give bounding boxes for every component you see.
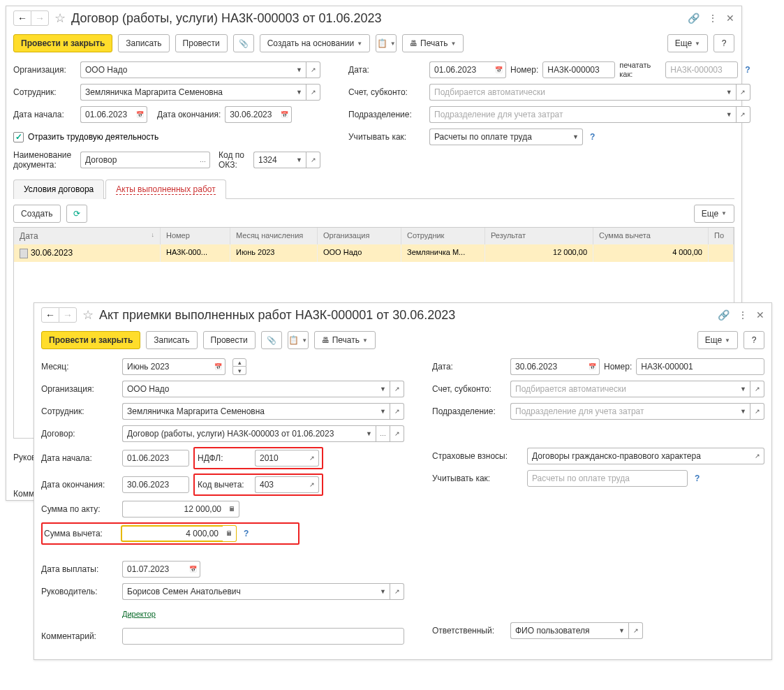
date-input[interactable]	[510, 358, 586, 375]
dept-input[interactable]	[510, 403, 737, 420]
close-icon[interactable]: ✕	[726, 13, 734, 24]
count-as-input[interactable]	[527, 470, 688, 487]
help-button[interactable]: ?	[713, 34, 734, 52]
post-and-close-button[interactable]: Провести и закрыть	[13, 34, 112, 52]
number-input[interactable]	[636, 358, 764, 375]
th-emp[interactable]: Сотрудник	[401, 228, 485, 244]
open-icon[interactable]: ↗	[306, 61, 320, 78]
open-icon[interactable]: ↗	[750, 448, 764, 464]
more-button-2[interactable]: Еще	[694, 205, 734, 223]
attach-button[interactable]	[233, 34, 254, 52]
more-icon[interactable]: ⋮	[738, 309, 748, 321]
contract-input[interactable]	[122, 425, 362, 442]
tab-conditions[interactable]: Условия договора	[13, 179, 104, 199]
open-icon[interactable]: ↗	[306, 152, 320, 168]
org-input[interactable]	[80, 61, 293, 78]
emp-input[interactable]	[122, 403, 376, 420]
help-icon[interactable]: ?	[745, 65, 750, 75]
count-as-input[interactable]	[429, 129, 569, 145]
post-button[interactable]: Провести	[203, 331, 256, 349]
th-number[interactable]: Номер	[161, 228, 230, 244]
dropdown-icon[interactable]: ▼	[376, 403, 390, 420]
open-icon[interactable]: ↗	[390, 381, 404, 397]
help-icon[interactable]: ?	[590, 132, 595, 142]
dropdown-icon[interactable]: ▼	[293, 152, 306, 168]
th-org[interactable]: Организация	[318, 228, 401, 244]
date-end-input[interactable]	[122, 476, 189, 493]
copy-button[interactable]: 📋	[288, 331, 309, 349]
back-button[interactable]: ←	[13, 10, 31, 26]
calendar-icon[interactable]: 📅	[492, 61, 506, 78]
open-icon[interactable]: ↗	[305, 476, 319, 493]
dropdown-icon[interactable]: ▼	[737, 403, 750, 420]
month-input[interactable]	[122, 358, 212, 375]
help-icon[interactable]: ?	[695, 474, 700, 483]
save-button[interactable]: Записать	[118, 34, 169, 52]
forward-button[interactable]: →	[31, 10, 49, 26]
post-and-close-button[interactable]: Провести и закрыть	[41, 331, 140, 349]
date-input[interactable]	[429, 61, 492, 78]
favorite-icon[interactable]: ☆	[54, 10, 66, 26]
close-icon[interactable]: ✕	[756, 309, 764, 321]
deduct-code-input[interactable]	[255, 476, 305, 493]
create-button[interactable]: Создать	[13, 205, 61, 223]
dropdown-icon[interactable]: ▼	[723, 84, 737, 101]
th-deduction[interactable]: Сумма вычета	[593, 228, 709, 244]
favorite-icon[interactable]: ☆	[82, 307, 94, 323]
docname-input[interactable]	[80, 152, 196, 168]
dropdown-icon[interactable]: ▼	[569, 129, 583, 145]
post-button[interactable]: Провести	[175, 34, 228, 52]
open-icon[interactable]: ↗	[737, 84, 750, 101]
open-icon[interactable]: ↗	[737, 106, 750, 123]
print-as-input[interactable]	[665, 61, 738, 78]
activity-checkbox[interactable]: ✓	[13, 132, 24, 142]
back-button[interactable]: ←	[41, 307, 59, 323]
table-row[interactable]: 30.06.2023 НА3К-000... Июнь 2023 ООО Над…	[14, 244, 734, 262]
dropdown-icon[interactable]: ▼	[293, 84, 306, 101]
dropdown-icon[interactable]: ▼	[737, 381, 750, 397]
refresh-button[interactable]: ⟳	[66, 205, 87, 223]
calculator-icon[interactable]: 🖩	[225, 501, 239, 511]
tab-acts[interactable]: Акты выполненных работ	[105, 179, 225, 199]
spinner-down-icon[interactable]: ▾	[232, 367, 246, 375]
open-icon[interactable]: ↗	[390, 425, 404, 442]
dropdown-icon[interactable]: ▼	[376, 381, 390, 397]
sort-icon[interactable]: ↓	[151, 231, 155, 241]
th-po[interactable]: По	[709, 228, 734, 244]
open-icon[interactable]: ↗	[305, 450, 319, 467]
link-icon[interactable]: 🔗	[688, 13, 700, 24]
dropdown-icon[interactable]: ▼	[723, 106, 737, 123]
more-button[interactable]: Еще	[697, 331, 738, 349]
link-icon[interactable]: 🔗	[718, 309, 730, 321]
open-icon[interactable]: ↗	[390, 403, 404, 420]
calendar-icon[interactable]: 📅	[278, 106, 292, 123]
open-icon[interactable]: ↗	[306, 84, 320, 101]
emp-input[interactable]	[80, 84, 293, 101]
copy-button[interactable]: 📋	[376, 34, 397, 52]
th-result[interactable]: Результат	[485, 228, 593, 244]
calendar-icon[interactable]: 📅	[212, 358, 225, 375]
act-sum-input[interactable]	[122, 501, 225, 511]
account-input[interactable]	[510, 381, 737, 397]
okz-input[interactable]	[253, 152, 293, 168]
more-button[interactable]: Еще	[667, 34, 708, 52]
th-month[interactable]: Месяц начисления	[230, 228, 318, 244]
open-icon[interactable]: ↗	[750, 403, 764, 420]
date-start-input[interactable]	[122, 450, 189, 467]
print-button[interactable]: Печать	[314, 331, 376, 349]
insurance-input[interactable]	[527, 448, 750, 464]
print-button[interactable]: Печать	[402, 34, 464, 52]
attach-button[interactable]	[261, 331, 282, 349]
ellipsis-icon[interactable]: …	[196, 152, 210, 168]
ndfl-input[interactable]	[255, 450, 305, 467]
open-icon[interactable]: ↗	[750, 381, 764, 397]
dropdown-icon[interactable]: ▼	[362, 425, 376, 442]
account-input[interactable]	[429, 84, 723, 101]
calendar-icon[interactable]: 📅	[133, 106, 147, 123]
org-input[interactable]	[122, 381, 376, 397]
spinner-up-icon[interactable]: ▴	[232, 358, 246, 367]
date-end-input[interactable]	[225, 106, 278, 123]
date-start-input[interactable]	[80, 106, 133, 123]
help-button[interactable]: ?	[744, 331, 764, 349]
number-input[interactable]	[542, 61, 615, 78]
